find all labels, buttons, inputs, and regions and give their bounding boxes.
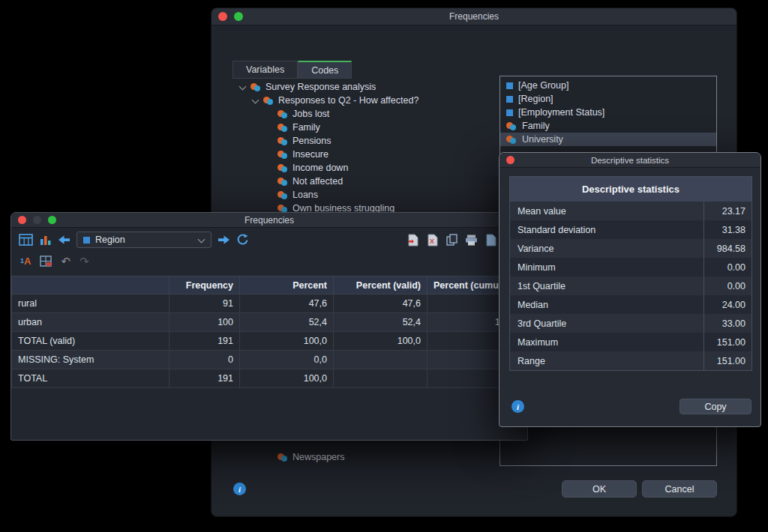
tree-item[interactable]: Survey Response analysis [212,80,489,94]
tree-item[interactable]: Responses to Q2 - How affected? [212,94,489,107]
row-label-cell: rural [12,294,170,313]
stat-value: 24.00 [704,295,752,314]
tree-item[interactable]: Income down [212,161,489,175]
sort-toggle-icon[interactable]: 1A [20,256,31,266]
table-row[interactable]: TOTAL 191 100,0 [12,369,525,388]
list-item-label: [Employment Status] [518,107,604,118]
code-icon [278,163,288,173]
percent-cell: 52,4 [240,313,334,332]
table-row[interactable]: TOTAL (valid) 191 100,0 100,0 [12,332,525,351]
tree-item-label: Loans [292,190,318,200]
variable-icon [506,96,513,103]
copy-icon[interactable] [446,234,458,247]
code-icon [263,96,274,106]
chevron-down-icon[interactable] [238,83,246,91]
export-html-icon[interactable] [485,234,497,247]
percent-valid-cell [334,351,428,369]
tree-item[interactable]: Family [212,121,489,134]
table-row[interactable]: urban 100 52,4 52,4 100,0 [12,313,525,332]
tree-item[interactable]: Not affected [212,175,489,188]
undo-icon[interactable]: ↶ [61,256,70,267]
export-toolbar-group: X [407,234,497,247]
chevron-down-icon [197,236,205,244]
copy-button[interactable]: Copy [680,399,752,414]
window-controls [506,153,514,167]
zoom-button[interactable] [234,12,243,21]
table-header-row: Frequency Percent Percent (valid) Percen… [12,276,525,294]
chart-view-icon[interactable] [40,234,52,246]
export-excel-icon[interactable]: X [427,234,439,247]
tree-item[interactable]: Pensions [212,134,489,148]
tab-bar: Variables Codes [232,61,352,79]
print-icon[interactable] [465,234,478,247]
column-header[interactable] [12,276,170,294]
list-item[interactable]: Family [500,119,716,133]
stat-value: 984.58 [704,239,752,258]
statistics-rows: Mean value 23.17 Standard deviation 31.3… [510,202,752,370]
redo-icon[interactable]: ↷ [80,256,89,267]
table-row[interactable]: rural 91 47,6 47,6 47,6 [12,294,525,313]
list-item[interactable]: [Region] [500,92,716,106]
list-item-label: [Region] [518,94,554,104]
minimize-button[interactable] [33,216,41,224]
frequency-cell: 191 [170,332,240,351]
stat-row: 3rd Quartile 33.00 [510,314,752,333]
percent-valid-cell [334,369,428,388]
percent-cell: 47,6 [240,294,334,313]
front-window-titlebar[interactable]: Frequencies [11,213,527,228]
back-window-titlebar[interactable]: Frequencies [212,8,736,25]
column-header[interactable]: Percent [240,276,334,294]
list-item[interactable]: [Age Group] [500,79,716,92]
stat-label: 3rd Quartile [510,314,704,333]
next-variable-button[interactable] [218,235,230,244]
code-icon [278,453,288,462]
column-header[interactable]: Percent (valid) [334,276,428,294]
table-view-icon[interactable] [19,234,33,246]
tree-item-label: Insecure [292,149,328,160]
tree-item[interactable]: Jobs lost [212,107,489,121]
transfer-excel-icon[interactable] [40,256,52,267]
previous-variable-button[interactable] [58,235,70,244]
stat-label: Range [510,351,704,370]
tab-variables[interactable]: Variables [232,61,298,79]
stat-row: Mean value 23.17 [510,202,752,220]
variable-dropdown[interactable]: Region [76,232,212,248]
tree-item[interactable]: Insecure [212,148,489,161]
tree-item-label: Newspapers [292,452,344,462]
frequency-cell: 91 [170,294,240,313]
zoom-button[interactable] [48,216,56,224]
tab-codes[interactable]: Codes [298,61,352,79]
list-item-label: [Age Group] [518,80,568,91]
code-icon [278,109,288,119]
row-label-cell: urban [12,313,170,332]
ok-button[interactable]: OK [562,480,637,498]
export-word-icon[interactable] [407,234,419,247]
refresh-button[interactable] [236,234,249,246]
dialog-titlebar[interactable]: Descriptive statistics [500,153,760,168]
chevron-down-icon[interactable] [251,97,259,104]
list-item-label: Family [522,121,550,131]
tree-item-label: Survey Response analysis [266,82,376,92]
percent-cell: 100,0 [240,369,334,388]
close-button[interactable] [18,216,26,224]
list-item-selected[interactable]: University [500,133,716,146]
stat-row: Standard deviation 31.38 [510,220,752,239]
list-item[interactable]: [Employment Status] [500,106,716,119]
tree-item[interactable]: Loans [212,188,489,202]
tree-item[interactable]: Newspapers [212,450,344,464]
variable-icon [83,237,90,244]
close-button[interactable] [506,156,514,164]
table-row[interactable]: MISSING: System 0 0,0 [12,351,525,369]
code-icon [278,150,288,160]
close-button[interactable] [218,12,227,21]
code-icon [278,177,288,187]
code-icon [506,121,517,131]
stat-value: 0.00 [704,276,752,295]
info-icon[interactable]: i [233,483,246,495]
column-header[interactable]: Frequency [170,276,240,294]
cancel-button[interactable]: Cancel [642,480,717,498]
stat-row: 1st Quartile 0.00 [510,276,752,295]
info-icon[interactable]: i [512,400,524,413]
window-controls [18,213,56,227]
variable-icon [506,82,513,89]
